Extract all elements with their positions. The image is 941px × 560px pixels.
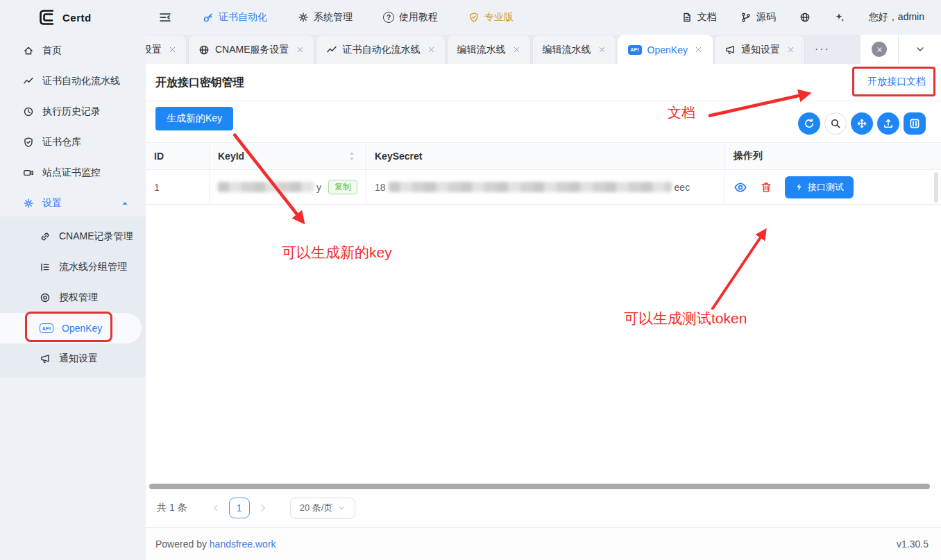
collapse-menu-icon[interactable] [158,10,172,24]
close-icon[interactable] [787,46,795,53]
globe-icon[interactable] [799,12,811,23]
refresh-icon [804,118,815,129]
upload-icon [883,118,894,129]
tab-flow-settings[interactable]: 流设置 [146,35,187,64]
globe-icon [198,44,210,56]
keysecret-prefix: 18 [375,182,386,193]
chevron-down-icon [338,504,345,511]
tab-cname-service[interactable]: CNAME服务设置 [188,35,314,64]
chevron-up-icon [121,199,129,207]
search-button[interactable] [824,112,847,135]
handsfree-link[interactable]: handsfree.work [210,538,276,550]
vertical-scrollbar[interactable] [934,172,938,203]
tab-notify-settings[interactable]: 通知设置 [714,35,805,64]
sidebar-item-pipeline-groups[interactable]: 流水线分组管理 [0,252,146,282]
close-icon[interactable] [695,46,702,53]
api-badge-icon: API [40,323,53,333]
sidebar-item-auth-manage[interactable]: 授权管理 [0,282,146,313]
next-page-icon[interactable] [258,503,268,513]
sidebar-item-history[interactable]: 执行历史记录 [0,96,146,127]
nav-item-system-manage[interactable]: 系统管理 [298,11,353,24]
pagination-total: 共 1 条 [157,502,187,514]
sparkles-icon[interactable] [834,12,845,23]
export-button[interactable] [877,112,899,135]
tab-openkey[interactable]: API OpenKey [618,35,713,64]
flash-icon [795,183,804,192]
gear-icon [23,198,34,209]
trend-icon [326,44,337,56]
app-logo-text: Certd [62,12,92,24]
nav-item-pro-edition[interactable]: 专业版 [468,11,514,24]
sidebar-item-pipelines[interactable]: 证书自动化流水线 [0,66,146,96]
close-icon[interactable] [598,46,606,53]
api-badge-icon: API [628,45,642,55]
horizontal-scrollbar[interactable] [149,484,930,489]
version-label: v1.30.5 [897,528,929,560]
close-icon[interactable] [169,46,176,53]
close-icon[interactable] [513,46,520,53]
col-header-actions: 操作列 [725,143,941,169]
col-header-id: ID [146,143,210,169]
page-header: 开放接口密钥管理 开放接口文档 [146,64,941,101]
tabs-dropdown-button[interactable] [899,44,941,54]
tab-edit-pipeline-1[interactable]: 编辑流水线 [447,35,531,64]
home-icon [23,45,34,56]
close-icon[interactable] [427,46,435,53]
table-toolbar [798,112,926,135]
main-content: 开放接口密钥管理 开放接口文档 生成新的Key ID KeyId KeySecr… [146,64,941,560]
sort-icon[interactable] [349,151,355,161]
trend-icon [23,76,34,87]
refresh-button[interactable] [798,112,820,135]
navbar-menu: 证书自动化 系统管理 ? 使用教程 专业版 [203,0,514,35]
question-icon: ? [383,12,394,23]
copy-tag[interactable]: 复制 [328,180,357,194]
columns-settings-button[interactable] [904,112,926,135]
eye-icon[interactable] [734,180,747,194]
nav-item-label: 证书自动化 [219,11,267,24]
page-number-button[interactable]: 1 [229,498,250,518]
generate-key-button[interactable]: 生成新的Key [155,107,233,130]
nav-item-docs[interactable]: 文档 [681,11,717,24]
open-api-doc-link[interactable]: 开放接口文档 [867,64,926,99]
badge-icon [468,12,480,23]
tabs-more-button[interactable]: ··· [806,35,838,64]
openkey-table: ID KeyId KeySecret 操作列 1 y 复制 18 eec [146,142,941,205]
user-greeting[interactable]: 您好，admin [869,11,924,24]
nav-item-tutorial[interactable]: ? 使用教程 [383,11,438,24]
sidebar-item-settings[interactable]: 设置 [0,188,146,219]
tab-cert-pipelines[interactable]: 证书自动化流水线 [316,35,446,64]
megaphone-icon [724,44,736,56]
sidebar-item-home[interactable]: 首页 [0,35,146,66]
sidebar-item-site-monitor[interactable]: 站点证书监控 [0,158,146,188]
col-header-keysecret: KeySecret [366,143,725,169]
keyid-visible-text: y [316,182,321,193]
api-test-button[interactable]: 接口测试 [785,176,854,198]
redacted-keyid [218,182,314,192]
nav-item-label: 源码 [756,11,776,24]
nav-item-label: 专业版 [484,11,514,24]
cell-keyid: y 复制 [210,170,366,204]
sidebar-item-cname-records[interactable]: CNAME记录管理 [0,221,146,252]
cell-id: 1 [146,170,210,204]
shield-check-icon [23,137,34,148]
target-icon [40,292,51,303]
page-size-select[interactable]: 20 条/页 [290,498,355,519]
settings-submenu: CNAME记录管理 流水线分组管理 授权管理 API OpenKey 通知设置 [0,217,146,377]
compact-toggle-button[interactable] [851,112,873,135]
close-icon[interactable] [296,46,304,53]
video-camera-icon [23,167,34,178]
nav-item-source-code[interactable]: 源码 [740,11,776,24]
prev-page-icon[interactable] [211,503,221,513]
nav-item-cert-automation[interactable]: 证书自动化 [203,11,267,24]
col-header-keyid: KeyId [210,143,366,169]
app-logo[interactable]: Certd [38,0,92,35]
git-branch-icon [740,12,752,23]
tab-edit-pipeline-2[interactable]: 编辑流水线 [532,35,616,64]
close-all-tabs-button[interactable] [872,42,887,57]
trash-icon[interactable] [760,181,772,194]
sidebar-item-notify-settings[interactable]: 通知设置 [0,343,146,374]
sidebar-item-cert-store[interactable]: 证书仓库 [0,127,146,158]
sidebar-item-openkey[interactable]: API OpenKey [0,313,142,343]
nav-item-label: 文档 [697,11,717,24]
megaphone-icon [40,353,51,364]
